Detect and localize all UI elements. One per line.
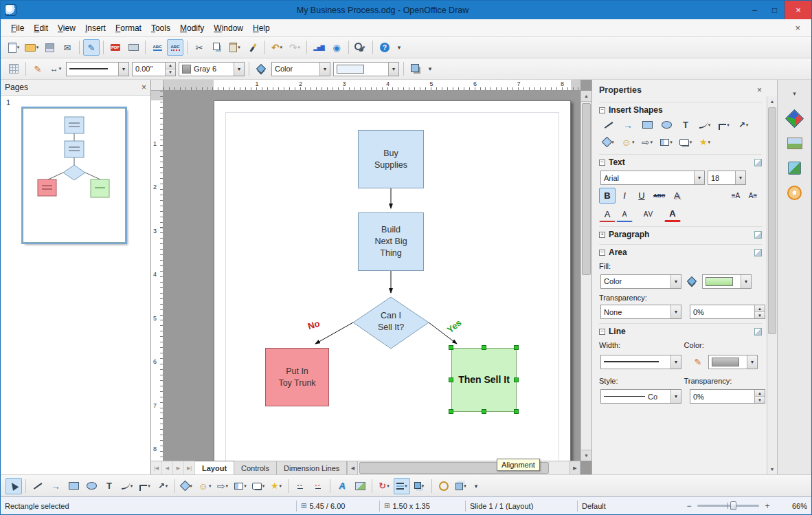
shape-build-next-big-thing[interactable]: Build Next Big Thing <box>358 212 424 271</box>
menu-modify[interactable]: Modify <box>175 21 209 35</box>
fill-color-select[interactable]: ▾ <box>333 62 399 76</box>
chevron-down-icon[interactable]: ▾ <box>670 305 681 318</box>
text-dialog-launcher-icon[interactable] <box>754 159 762 166</box>
grow-font-button[interactable]: A <box>599 206 616 222</box>
spinner-arrows[interactable]: ▲▼ <box>754 390 765 403</box>
chart-icon[interactable] <box>311 39 327 56</box>
fill-bucket-icon[interactable] <box>684 273 700 289</box>
callouts-icon[interactable] <box>250 478 267 494</box>
arrow-line-icon[interactable] <box>619 117 637 133</box>
page-style[interactable]: Default <box>582 502 671 510</box>
line-color-select[interactable]: Gray 6 ▾ <box>179 62 245 76</box>
lines-arrows-icon[interactable] <box>155 478 171 494</box>
line-dialog-icon[interactable] <box>30 61 46 77</box>
strikethrough-button[interactable]: ABC <box>651 188 668 204</box>
shape-buy-supplies[interactable]: Buy Supplies <box>358 130 424 188</box>
toolbar-more-icon[interactable] <box>425 61 435 77</box>
sidebar-scrollbar[interactable]: ▲ ▼ <box>767 96 777 474</box>
menu-view[interactable]: View <box>53 21 80 35</box>
drawing-viewport[interactable]: Buy Supplies Build Next Big Thing Can I … <box>163 91 580 461</box>
horizontal-scrollbar[interactable]: ◀ ▶ <box>347 461 580 474</box>
arrow-line-icon[interactable] <box>47 478 64 494</box>
selection-handle[interactable] <box>449 345 453 350</box>
curve-icon[interactable] <box>696 117 714 133</box>
menu-window[interactable]: Window <box>209 21 248 35</box>
interaction-icon[interactable] <box>436 478 452 494</box>
italic-button[interactable]: I <box>616 188 633 204</box>
font-size-select[interactable]: 18 ▾ <box>708 171 746 185</box>
collapse-icon[interactable]: − <box>599 250 605 256</box>
undo-icon[interactable] <box>269 39 285 56</box>
gallery-deck-icon[interactable] <box>783 132 807 154</box>
zoom-slider[interactable] <box>697 505 759 507</box>
lines-arrows-icon[interactable] <box>734 117 752 133</box>
redo-icon[interactable] <box>286 39 303 56</box>
line2-icon[interactable] <box>30 478 46 494</box>
next-page-button[interactable]: ▶ <box>173 461 184 474</box>
char-spacing-button[interactable]: AV <box>640 206 657 222</box>
fill-type-select[interactable]: Color ▾ <box>271 62 330 76</box>
close-icon[interactable]: × <box>142 83 146 92</box>
selection-handle[interactable] <box>514 345 519 350</box>
chevron-down-icon[interactable]: ▾ <box>747 355 757 369</box>
zoom-out-button[interactable]: − <box>684 501 695 512</box>
toolbar-more-icon[interactable] <box>394 39 404 56</box>
tab-layout[interactable]: Layout <box>195 461 234 474</box>
maximize-button[interactable]: □ <box>765 1 785 19</box>
area-dialog-launcher-icon[interactable] <box>754 249 762 256</box>
symbol-shapes-icon[interactable] <box>619 134 637 150</box>
fill-style-select[interactable]: Color ▾ <box>600 274 681 289</box>
fill-color-select[interactable]: ▾ <box>702 274 752 289</box>
transparency-type-select[interactable]: None ▾ <box>600 305 681 319</box>
flowchart-icon[interactable] <box>657 134 675 150</box>
flowchart-icon[interactable] <box>232 478 249 494</box>
last-page-button[interactable]: ▶| <box>184 461 195 474</box>
section-area[interactable]: − Area <box>599 244 762 258</box>
chevron-down-icon[interactable]: ▾ <box>388 63 398 76</box>
h-ruler[interactable]: 12345678 <box>163 80 580 91</box>
expand-icon[interactable]: + <box>599 232 605 238</box>
text-icon[interactable] <box>101 478 117 494</box>
menu-file[interactable]: File <box>6 21 29 35</box>
line-transparency-spinner[interactable]: 0% ▲▼ <box>690 389 765 404</box>
line-style-select[interactable]: Co ▾ <box>600 389 681 404</box>
basic-shapes-icon[interactable] <box>179 478 195 494</box>
stars-icon[interactable] <box>696 134 714 150</box>
document-close-icon[interactable]: × <box>789 23 806 33</box>
menu-edit[interactable]: Edit <box>29 21 53 35</box>
scroll-up-icon[interactable]: ▲ <box>767 96 777 107</box>
hyperlink-icon[interactable] <box>328 39 345 56</box>
transparency-spinner[interactable]: 0% ▲▼ <box>690 305 765 319</box>
bold-button[interactable]: B <box>599 188 616 204</box>
section-line[interactable]: − Line <box>599 323 762 337</box>
new-icon[interactable] <box>5 39 22 56</box>
chevron-down-icon[interactable]: ▾ <box>319 63 330 76</box>
decrease-spacing-icon[interactable]: A≡ <box>745 188 761 204</box>
edit-points-icon[interactable] <box>292 478 308 494</box>
from-file-icon[interactable] <box>352 478 368 494</box>
edit-file-icon[interactable] <box>83 39 100 56</box>
close-button[interactable]: × <box>785 1 811 19</box>
rect-icon[interactable] <box>65 478 82 494</box>
help-icon[interactable] <box>376 39 393 56</box>
increase-spacing-icon[interactable]: ≡A <box>728 188 744 204</box>
autospellcheck-icon[interactable] <box>167 39 183 56</box>
spellcheck-icon[interactable] <box>149 39 166 56</box>
section-text[interactable]: − Text <box>599 154 762 168</box>
chevron-down-icon[interactable]: ▾ <box>694 171 704 184</box>
page-thumbnail[interactable] <box>23 108 126 243</box>
paste-icon[interactable] <box>227 39 243 56</box>
line-width-spinner[interactable]: 0.00" ▲▼ <box>132 62 176 76</box>
scroll-down-icon[interactable]: ▼ <box>581 450 591 461</box>
vertical-scrollbar[interactable]: ▲ ▼ <box>580 91 591 461</box>
selection-handle[interactable] <box>514 377 519 382</box>
block-arrows-icon[interactable] <box>214 478 231 494</box>
selection-handle[interactable] <box>514 409 519 414</box>
line-dialog-launcher-icon[interactable] <box>754 328 762 336</box>
connector-icon[interactable] <box>715 117 733 133</box>
zoom-in-button[interactable]: + <box>762 501 773 512</box>
cut-icon[interactable] <box>191 39 207 56</box>
styles-deck-icon[interactable] <box>783 157 807 179</box>
font-color-button[interactable]: A <box>664 206 681 222</box>
sidebar-menu-icon[interactable] <box>783 83 807 105</box>
